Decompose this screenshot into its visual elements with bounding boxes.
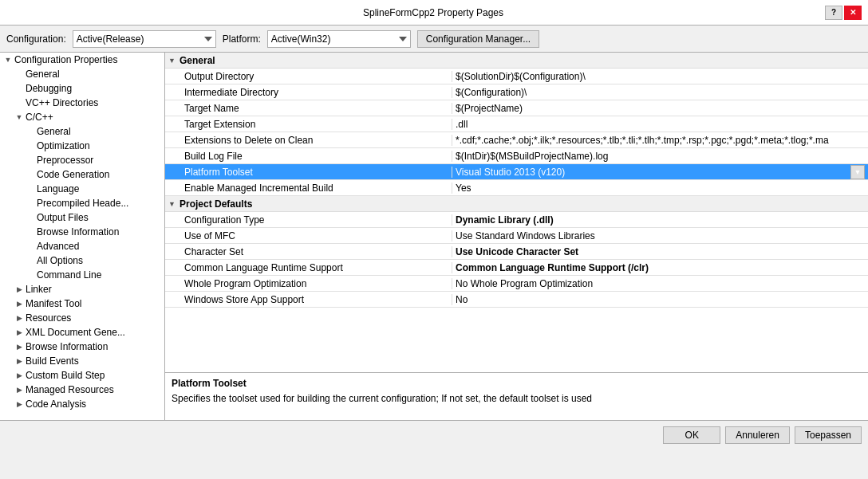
expand-icon-xml-document[interactable]: ▶ xyxy=(13,328,26,336)
apply-button[interactable]: Toepassen xyxy=(795,426,862,444)
sidebar-item-browse-information-cpp[interactable]: Browse Information xyxy=(0,225,164,239)
platform-label: Platform: xyxy=(223,33,261,45)
property-row-extensions-to-delete[interactable]: Extensions to Delete on Clean *.cdf;*.ca… xyxy=(165,132,868,148)
sidebar-item-label: Precompiled Heade... xyxy=(37,198,128,209)
sidebar-item-label: Code Generation xyxy=(37,169,109,180)
sidebar-item-optimization[interactable]: Optimization xyxy=(0,139,164,153)
sidebar-item-xml-document[interactable]: ▶XML Document Gene... xyxy=(0,325,164,340)
sidebar-item-output-files[interactable]: Output Files xyxy=(0,210,164,225)
prop-value: .dll xyxy=(452,119,868,130)
configuration-select[interactable]: Active(Release) xyxy=(73,30,216,48)
prop-value-text: Common Language Runtime Support (/clr) xyxy=(456,262,649,273)
property-row-config-type[interactable]: Configuration Type Dynamic Library (.dll… xyxy=(165,212,868,228)
sidebar-item-label: Preprocessor xyxy=(37,155,93,166)
prop-value: $(Configuration)\ xyxy=(452,87,868,98)
section-header-project-defaults-section[interactable]: ▼Project Defaults xyxy=(165,196,868,212)
property-row-character-set[interactable]: Character Set Use Unicode Character Set xyxy=(165,244,868,260)
sidebar-item-label: Language xyxy=(37,183,79,194)
expand-icon-custom-build-step[interactable]: ▶ xyxy=(13,371,26,379)
prop-value: *.cdf;*.cache;*.obj;*.ilk;*.resources;*.… xyxy=(452,135,868,146)
property-grid: ▼General Output Directory $(SolutionDir)… xyxy=(165,53,868,372)
sidebar-item-build-events[interactable]: ▶Build Events xyxy=(0,354,164,368)
sidebar-item-configuration-properties[interactable]: ▼Configuration Properties xyxy=(0,53,164,67)
expand-icon-configuration-properties[interactable]: ▼ xyxy=(2,56,14,64)
expand-icon-manifest-tool[interactable]: ▶ xyxy=(13,300,26,308)
sidebar-item-label: Linker xyxy=(26,284,52,295)
property-row-intermediate-dir[interactable]: Intermediate Directory $(Configuration)\ xyxy=(165,84,868,100)
expand-icon-browse-information[interactable]: ▶ xyxy=(13,343,26,351)
expand-icon-code-analysis[interactable]: ▶ xyxy=(13,400,26,408)
prop-name: Enable Managed Incremental Build xyxy=(165,183,452,194)
sidebar-item-label: General xyxy=(26,69,60,80)
sidebar-item-linker[interactable]: ▶Linker xyxy=(0,282,164,296)
sidebar-item-label: Configuration Properties xyxy=(14,54,117,65)
sidebar-item-c-cpp[interactable]: ▼C/C++ xyxy=(0,110,164,124)
sidebar-item-code-analysis[interactable]: ▶Code Analysis xyxy=(0,397,164,411)
close-button[interactable]: ✕ xyxy=(844,6,862,20)
property-row-target-extension[interactable]: Target Extension .dll xyxy=(165,116,868,132)
sidebar-item-debugging[interactable]: Debugging xyxy=(0,81,164,96)
sidebar-item-language[interactable]: Language xyxy=(0,182,164,196)
section-header-general-section[interactable]: ▼General xyxy=(165,53,868,69)
prop-name: Output Directory xyxy=(165,71,452,82)
info-title: Platform Toolset xyxy=(172,378,862,389)
property-row-windows-store[interactable]: Windows Store App Support No xyxy=(165,292,868,308)
property-row-enable-managed[interactable]: Enable Managed Incremental Build Yes xyxy=(165,180,868,196)
prop-value-text: .dll xyxy=(456,119,468,130)
prop-value-text: Visual Studio 2013 (v120) xyxy=(456,167,565,178)
sidebar-item-label: Output Files xyxy=(37,212,89,223)
sidebar-item-resources[interactable]: ▶Resources xyxy=(0,311,164,325)
sidebar-item-label: Advanced xyxy=(37,241,79,252)
cancel-button[interactable]: Annuleren xyxy=(725,426,790,444)
property-row-platform-toolset[interactable]: Platform Toolset Visual Studio 2013 (v12… xyxy=(165,164,868,180)
prop-value: Yes xyxy=(452,183,868,194)
sidebar-item-label: All Options xyxy=(37,255,83,266)
ok-button[interactable]: OK xyxy=(663,426,720,444)
section-expand-icon[interactable]: ▼ xyxy=(168,57,178,65)
prop-value-text: Yes xyxy=(456,183,471,194)
sidebar-item-manifest-tool[interactable]: ▶Manifest Tool xyxy=(0,296,164,311)
help-button[interactable]: ? xyxy=(825,6,842,20)
property-row-output-dir[interactable]: Output Directory $(SolutionDir)$(Configu… xyxy=(165,69,868,84)
sidebar-item-label: Build Events xyxy=(26,355,79,367)
prop-name: Build Log File xyxy=(165,151,452,162)
sidebar-item-advanced-cpp[interactable]: Advanced xyxy=(0,239,164,253)
section-title: General xyxy=(180,55,215,66)
sidebar-item-label: Resources xyxy=(26,312,71,324)
property-row-whole-program[interactable]: Whole Program Optimization No Whole Prog… xyxy=(165,276,868,292)
prop-value: Common Language Runtime Support (/clr) xyxy=(452,262,868,273)
configuration-manager-button[interactable]: Configuration Manager... xyxy=(417,30,539,48)
dropdown-btn[interactable]: ▼ xyxy=(850,165,865,179)
property-row-build-log-file[interactable]: Build Log File $(IntDir)$(MSBuildProject… xyxy=(165,148,868,164)
sidebar-item-general[interactable]: General xyxy=(0,67,164,81)
sidebar-item-label: VC++ Directories xyxy=(26,97,98,108)
platform-select[interactable]: Active(Win32) xyxy=(267,30,411,48)
sidebar-item-vc-directories[interactable]: VC++ Directories xyxy=(0,96,164,110)
property-row-use-of-mfc[interactable]: Use of MFC Use Standard Windows Librarie… xyxy=(165,228,868,244)
property-row-target-name[interactable]: Target Name $(ProjectName) xyxy=(165,100,868,116)
sidebar-item-cpp-general[interactable]: General xyxy=(0,124,164,139)
sidebar-item-browse-information[interactable]: ▶Browse Information xyxy=(0,340,164,354)
section-expand-icon[interactable]: ▼ xyxy=(168,200,178,208)
prop-value-text: $(ProjectName) xyxy=(456,103,523,114)
sidebar-item-label: C/C++ xyxy=(26,112,53,123)
sidebar-item-code-generation[interactable]: Code Generation xyxy=(0,167,164,182)
prop-name: Configuration Type xyxy=(165,214,452,226)
sidebar-item-precompiled-headers[interactable]: Precompiled Heade... xyxy=(0,196,164,210)
property-row-clr-support[interactable]: Common Language Runtime Support Common L… xyxy=(165,260,868,276)
section-title: Project Defaults xyxy=(180,198,252,210)
config-bar: Configuration: Active(Release) Platform:… xyxy=(0,26,868,53)
sidebar-item-managed-resources[interactable]: ▶Managed Resources xyxy=(0,383,164,397)
expand-icon-resources[interactable]: ▶ xyxy=(13,314,26,322)
sidebar-item-all-options[interactable]: All Options xyxy=(0,253,164,268)
prop-name: Platform Toolset xyxy=(165,167,452,178)
expand-icon-build-events[interactable]: ▶ xyxy=(13,357,26,365)
main-area: ▼Configuration PropertiesGeneralDebuggin… xyxy=(0,53,868,420)
expand-icon-managed-resources[interactable]: ▶ xyxy=(13,386,26,394)
bottom-bar: OK Annuleren Toepassen xyxy=(0,420,868,449)
sidebar-item-custom-build-step[interactable]: ▶Custom Build Step xyxy=(0,368,164,383)
expand-icon-linker[interactable]: ▶ xyxy=(13,285,26,293)
expand-icon-c-cpp[interactable]: ▼ xyxy=(13,113,26,121)
sidebar-item-preprocessor[interactable]: Preprocessor xyxy=(0,153,164,167)
sidebar-item-command-line[interactable]: Command Line xyxy=(0,268,164,282)
